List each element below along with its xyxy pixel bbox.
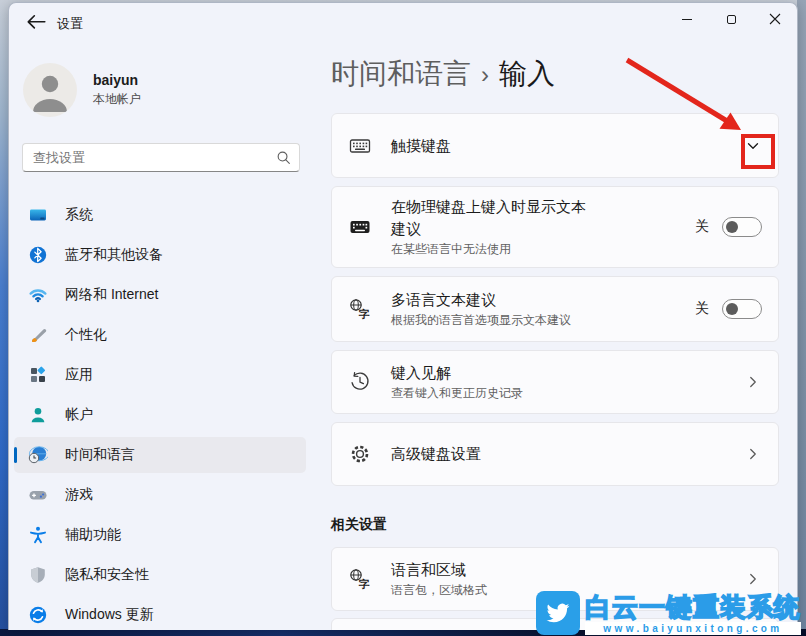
sidebar-item-network[interactable]: 网络和 Internet [14,277,306,313]
sidebar-item-accessibility[interactable]: 辅助功能 [14,517,306,553]
gaming-icon [28,485,48,505]
card-subtitle: 根据我的语言首选项显示文本建议 [391,312,571,329]
settings-card-advanced-keyboard[interactable]: 高级键盘设置 [331,422,779,486]
chevron-right-icon [744,570,762,588]
time-language-icon [28,445,48,465]
toggle-state-label: 关 [695,300,709,318]
search-icon [276,150,291,165]
hardware-suggestions-toggle[interactable] [722,217,762,237]
back-button[interactable] [25,13,47,31]
sidebar-item-privacy[interactable]: 隐私和安全性 [14,557,306,593]
sidebar-item-gaming[interactable]: 游戏 [14,477,306,513]
svg-text:字: 字 [359,308,370,320]
card-subtitle: 在某些语言中无法使用 [391,241,599,258]
window-title: 设置 [57,15,83,33]
watermark-url: www.baiyunxitong.com [585,622,801,635]
system-icon [28,205,48,225]
settings-card-typing-insights[interactable]: 键入见解 查看键入和更正历史记录 [331,350,779,414]
card-title: 触摸键盘 [391,135,451,157]
multilingual-toggle[interactable] [722,299,762,319]
sidebar-item-label: 网络和 Internet [65,286,158,304]
toggle-knob [726,303,738,315]
user-name: baiyun [93,72,141,88]
card-subtitle: 语言包，区域格式 [391,582,487,599]
card-title: 高级键盘设置 [391,443,481,465]
sidebar-item-apps[interactable]: 应用 [14,357,306,393]
network-icon [28,285,48,305]
account-type: 本地帐户 [93,91,141,108]
related-settings-heading: 相关设置 [331,516,779,534]
sidebar-item-label: 帐户 [65,406,93,424]
typing-history-icon [348,370,372,394]
accounts-icon [28,405,48,425]
watermark-title: 白云一键重装系统 [585,594,801,620]
card-subtitle: 查看键入和更正历史记录 [391,385,523,402]
search-input[interactable]: 查找设置 [22,143,300,172]
search-placeholder: 查找设置 [33,149,276,167]
sidebar-item-label: Windows 更新 [65,606,154,624]
breadcrumb-separator-icon: › [481,61,489,88]
sidebar-item-label: 辅助功能 [65,526,121,544]
breadcrumb: 时间和语言›输入 [331,55,555,93]
windows-update-icon [28,605,48,625]
main-content: 时间和语言›输入 触摸键盘 [331,3,779,630]
desktop-background: 设置 baiyun 本地帐户 [0,0,806,636]
sidebar-item-label: 游戏 [65,486,93,504]
settings-window: 设置 baiyun 本地帐户 [8,2,798,630]
privacy-shield-icon [28,565,48,585]
sidebar-item-time-language[interactable]: 时间和语言 [14,437,306,473]
desktop-edge-right [797,0,806,636]
settings-card-multilingual[interactable]: 字 多语言文本建议 根据我的语言首选项显示文本建议 关 [331,276,779,342]
selected-accent-bar [14,447,17,463]
toggle-knob [726,221,738,233]
card-title: 多语言文本建议 [391,289,571,311]
accessibility-icon [28,525,48,545]
gear-icon [348,442,372,466]
user-profile[interactable]: baiyun 本地帐户 [23,63,141,117]
sidebar-item-label: 蓝牙和其他设备 [65,246,163,264]
sidebar-item-accounts[interactable]: 帐户 [14,397,306,433]
card-title: 键入见解 [391,362,523,384]
sidebar-item-windows-update[interactable]: Windows 更新 [14,597,306,630]
chevron-down-icon[interactable] [744,137,762,155]
chevron-right-icon [744,445,762,463]
settings-card-hardware-suggestions[interactable]: 在物理键盘上键入时显示文本建议 在某些语言中无法使用 关 [331,186,779,268]
sidebar-item-personalization[interactable]: 个性化 [14,317,306,353]
breadcrumb-parent[interactable]: 时间和语言 [331,58,471,89]
sidebar-item-bluetooth[interactable]: 蓝牙和其他设备 [14,237,306,273]
page-title: 输入 [499,58,555,89]
personalization-icon [28,325,48,345]
avatar [23,63,77,117]
sidebar-item-system[interactable]: 系统 [14,197,306,233]
multilingual-text-icon: 字 [348,297,372,321]
apps-icon [28,365,48,385]
card-title: 语言和区域 [391,559,487,581]
sidebar-item-label: 隐私和安全性 [65,566,149,584]
physical-keyboard-icon [348,215,372,239]
card-title: 在物理键盘上键入时显示文本建议 [391,196,599,240]
svg-text:字: 字 [359,578,370,590]
sidebar-nav: 系统 蓝牙和其他设备 网络和 Internet [14,197,306,630]
language-region-icon: 字 [348,567,372,591]
settings-card-touch-keyboard[interactable]: 触摸键盘 [331,113,779,178]
sidebar-item-label: 应用 [65,366,93,384]
watermark-bird-icon [536,591,580,635]
back-arrow-icon [25,13,47,31]
sidebar-item-label: 时间和语言 [65,446,135,464]
bluetooth-icon [28,245,48,265]
touch-keyboard-icon [348,134,372,158]
watermark: 白云一键重装系统 www.baiyunxitong.com [536,591,801,635]
sidebar-item-label: 系统 [65,206,93,224]
sidebar-item-label: 个性化 [65,326,107,344]
toggle-state-label: 关 [695,218,709,236]
chevron-right-icon [744,373,762,391]
